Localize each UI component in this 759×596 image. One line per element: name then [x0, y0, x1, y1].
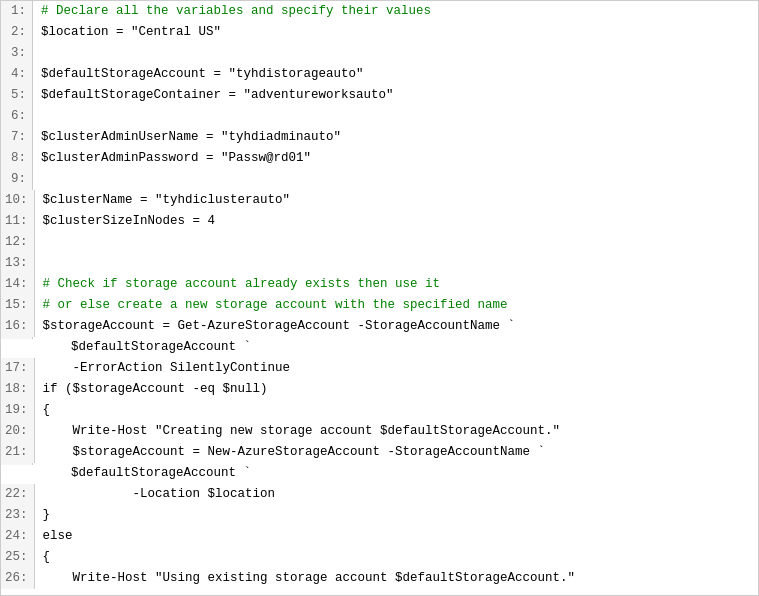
line-code: $clusterName = "tyhdiclusterauto" — [35, 190, 758, 211]
code-row: 13: — [1, 253, 758, 274]
code-row: 3: — [1, 43, 758, 64]
line-code: else — [35, 526, 758, 547]
line-code: Write-Host "Using existing storage accou… — [35, 568, 758, 589]
code-row: 17: -ErrorAction SilentlyContinue — [1, 358, 758, 379]
code-row: 10:$clusterName = "tyhdiclusterauto" — [1, 190, 758, 211]
code-row: 12: — [1, 232, 758, 253]
line-number: 24: — [1, 526, 35, 547]
line-number: 25: — [1, 547, 35, 568]
line-number — [1, 463, 33, 465]
code-row: 8:$clusterAdminPassword = "Passw@rd01" — [1, 148, 758, 169]
line-code: -ErrorAction SilentlyContinue — [35, 358, 758, 379]
line-number: 12: — [1, 232, 35, 253]
line-number: 21: — [1, 442, 35, 463]
line-number: 7: — [1, 127, 33, 148]
line-number: 22: — [1, 484, 35, 505]
line-code: Write-Host "Creating new storage account… — [35, 421, 758, 442]
code-row: 18:if ($storageAccount -eq $null) — [1, 379, 758, 400]
code-row: 15:# or else create a new storage accoun… — [1, 295, 758, 316]
code-row: $defaultStorageAccount ` — [1, 463, 758, 484]
line-code: # Check if storage account already exist… — [35, 274, 758, 295]
code-row: 7:$clusterAdminUserName = "tyhdiadminaut… — [1, 127, 758, 148]
line-number: 17: — [1, 358, 35, 379]
line-number: 8: — [1, 148, 33, 169]
line-code — [33, 43, 758, 45]
code-row: 20: Write-Host "Creating new storage acc… — [1, 421, 758, 442]
line-code: { — [35, 400, 758, 421]
line-code: $defaultStorageAccount ` — [33, 337, 758, 358]
line-number: 1: — [1, 1, 33, 22]
line-number — [1, 337, 33, 339]
line-code: $defaultStorageAccount ` — [33, 463, 758, 484]
code-viewer: 1:# Declare all the variables and specif… — [0, 0, 759, 596]
line-code: $clusterAdminUserName = "tyhdiadminauto" — [33, 127, 758, 148]
line-number: 14: — [1, 274, 35, 295]
code-row: 2:$location = "Central US" — [1, 22, 758, 43]
line-code: } — [35, 505, 758, 526]
code-row: 26: Write-Host "Using existing storage a… — [1, 568, 758, 589]
line-number: 5: — [1, 85, 33, 106]
line-code: $defaultStorageAccount = "tyhdistorageau… — [33, 64, 758, 85]
line-number: 18: — [1, 379, 35, 400]
line-number: 13: — [1, 253, 35, 274]
line-code: # Declare all the variables and specify … — [33, 1, 758, 22]
code-row: 11:$clusterSizeInNodes = 4 — [1, 211, 758, 232]
line-code: # or else create a new storage account w… — [35, 295, 758, 316]
line-number: 23: — [1, 505, 35, 526]
code-row: 19:{ — [1, 400, 758, 421]
line-number: 26: — [1, 568, 35, 589]
code-row: 14:# Check if storage account already ex… — [1, 274, 758, 295]
line-code — [35, 232, 758, 234]
line-code: $storageAccount = Get-AzureStorageAccoun… — [35, 316, 758, 337]
line-code: if ($storageAccount -eq $null) — [35, 379, 758, 400]
line-code — [33, 169, 758, 171]
line-code: $storageAccount = New-AzureStorageAccoun… — [35, 442, 758, 463]
line-code: $clusterSizeInNodes = 4 — [35, 211, 758, 232]
code-row: 22: -Location $location — [1, 484, 758, 505]
line-number: 20: — [1, 421, 35, 442]
code-row: 25:{ — [1, 547, 758, 568]
line-number: 2: — [1, 22, 33, 43]
line-number: 3: — [1, 43, 33, 64]
line-code: $clusterAdminPassword = "Passw@rd01" — [33, 148, 758, 169]
line-number: 15: — [1, 295, 35, 316]
code-row: $defaultStorageAccount ` — [1, 337, 758, 358]
line-number: 6: — [1, 106, 33, 127]
line-code: $defaultStorageContainer = "adventurewor… — [33, 85, 758, 106]
line-code — [33, 106, 758, 108]
line-code: $location = "Central US" — [33, 22, 758, 43]
code-row: 6: — [1, 106, 758, 127]
line-code — [35, 253, 758, 255]
line-number: 19: — [1, 400, 35, 421]
code-row: 4:$defaultStorageAccount = "tyhdistorage… — [1, 64, 758, 85]
code-row: 23:} — [1, 505, 758, 526]
line-number: 11: — [1, 211, 35, 232]
line-code: { — [35, 547, 758, 568]
code-row: 21: $storageAccount = New-AzureStorageAc… — [1, 442, 758, 463]
code-row: 16:$storageAccount = Get-AzureStorageAcc… — [1, 316, 758, 337]
line-number: 4: — [1, 64, 33, 85]
code-row: 24:else — [1, 526, 758, 547]
code-row: 1:# Declare all the variables and specif… — [1, 1, 758, 22]
code-row: 9: — [1, 169, 758, 190]
code-row: 5:$defaultStorageContainer = "adventurew… — [1, 85, 758, 106]
line-number: 9: — [1, 169, 33, 190]
line-code: -Location $location — [35, 484, 758, 505]
line-number: 16: — [1, 316, 35, 337]
line-number: 10: — [1, 190, 35, 211]
